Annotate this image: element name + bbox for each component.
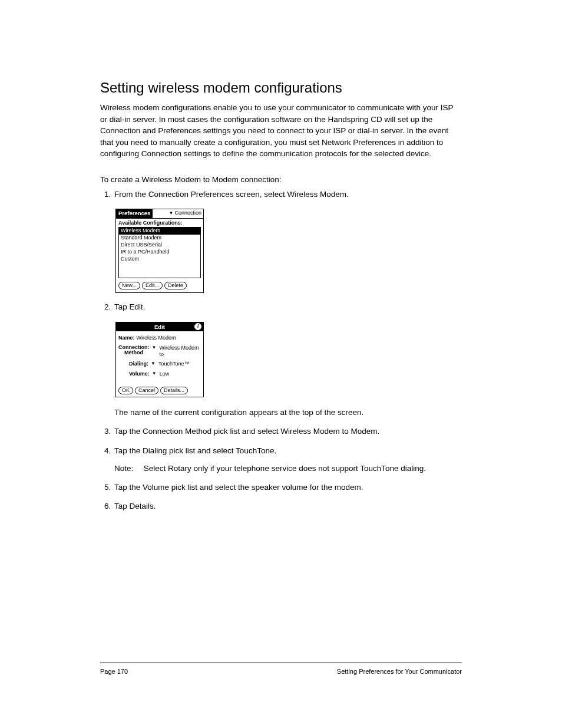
- edit-titlebar: Edit i: [116, 322, 203, 331]
- note-label: Note:: [114, 463, 141, 475]
- step-6: Tap Details.: [113, 500, 462, 512]
- list-item[interactable]: Direct USB/Serial: [119, 242, 200, 249]
- step-4: Tap the Dialing pick list and select Tou…: [113, 445, 462, 475]
- pref-title-left: Preferences: [116, 209, 153, 218]
- step-2-after: The name of the current configuration ap…: [114, 407, 462, 419]
- available-configs-label: Available Configurations:: [116, 219, 203, 228]
- pref-titlebar: Preferences ▼ Connection: [116, 209, 203, 218]
- footer-section-title: Setting Preferences for Your Communicato…: [337, 668, 462, 675]
- pref-title-dropdown[interactable]: ▼ Connection: [153, 209, 203, 218]
- step-2: Tap Edit. Edit i Name: Wireless Modem Co…: [113, 301, 462, 419]
- dialing-value[interactable]: TouchTone™: [157, 361, 190, 367]
- delete-button[interactable]: Delete: [164, 282, 187, 289]
- footer-rule: [100, 663, 462, 663]
- edit-screenshot: Edit i Name: Wireless Modem Connection: …: [115, 322, 204, 397]
- step-6-text: Tap Details.: [114, 502, 156, 510]
- details-button[interactable]: Details...: [160, 387, 188, 394]
- pref-button-row: New... Edit... Delete: [116, 279, 203, 292]
- step-1-text: From the Connection Preferences screen, …: [114, 190, 349, 199]
- document-page: Setting wireless modem configurations Wi…: [0, 0, 562, 728]
- connection-value[interactable]: Wireless Modem to: [157, 345, 201, 358]
- volume-value[interactable]: Low: [158, 371, 170, 377]
- chevron-down-icon: ▼: [169, 211, 174, 216]
- dialing-label: Dialing:: [129, 361, 148, 367]
- list-item[interactable]: Wireless Modem: [119, 228, 200, 235]
- note-text: Select Rotary only if your telephone ser…: [144, 464, 426, 473]
- intro-paragraph: Wireless modem configurations enable you…: [100, 102, 462, 160]
- step-2-text: Tap Edit.: [114, 302, 146, 311]
- procedure-subhead: To create a Wireless Modem to Modem conn…: [100, 175, 462, 184]
- step-3-text: Tap the Connection Method pick list and …: [114, 427, 379, 436]
- step-4-note: Note: Select Rotary only if your telepho…: [114, 463, 462, 475]
- step-5-text: Tap the Volume pick list and select the …: [114, 483, 363, 492]
- list-item[interactable]: Custom: [119, 256, 200, 263]
- step-1: From the Connection Preferences screen, …: [113, 189, 462, 294]
- dialing-row: Dialing: ▼ TouchTone™: [118, 361, 201, 367]
- cancel-button[interactable]: Cancel: [135, 387, 158, 394]
- edit-button-row: OK Cancel Details...: [118, 381, 201, 394]
- step-3: Tap the Connection Method pick list and …: [113, 426, 462, 437]
- info-icon[interactable]: i: [194, 323, 201, 330]
- name-label: Name:: [118, 335, 135, 341]
- chevron-down-icon[interactable]: ▼: [150, 371, 158, 377]
- connection-row: Connection: Method ▼ Wireless Modem to: [118, 345, 201, 358]
- name-value[interactable]: Wireless Modem: [135, 335, 176, 341]
- config-listbox[interactable]: Wireless Modem Standard Modem Direct USB…: [118, 227, 201, 278]
- chevron-down-icon[interactable]: ▼: [148, 361, 157, 367]
- new-button[interactable]: New...: [118, 282, 140, 289]
- step-5: Tap the Volume pick list and select the …: [113, 482, 462, 493]
- volume-row: Volume: ▼ Low: [118, 371, 201, 377]
- name-row: Name: Wireless Modem: [118, 335, 201, 341]
- preferences-screenshot: Preferences ▼ Connection Available Confi…: [115, 209, 204, 293]
- page-footer: Page 170 Setting Preferences for Your Co…: [100, 668, 462, 675]
- ok-button[interactable]: OK: [118, 387, 133, 394]
- step-4-text: Tap the Dialing pick list and select Tou…: [114, 446, 276, 455]
- method-label: Method: [124, 350, 143, 355]
- list-item[interactable]: IR to a PC/Handheld: [119, 249, 200, 256]
- page-heading: Setting wireless modem configurations: [100, 80, 462, 96]
- edit-button[interactable]: Edit...: [142, 282, 163, 289]
- volume-label: Volume:: [129, 371, 150, 377]
- steps-list: From the Connection Preferences screen, …: [100, 189, 462, 513]
- chevron-down-icon[interactable]: ▼: [150, 345, 158, 358]
- footer-page-number: Page 170: [100, 668, 128, 675]
- pref-title-right-text: Connection: [174, 210, 201, 216]
- edit-title-text: Edit: [154, 324, 165, 330]
- list-item[interactable]: Standard Modem: [119, 235, 200, 242]
